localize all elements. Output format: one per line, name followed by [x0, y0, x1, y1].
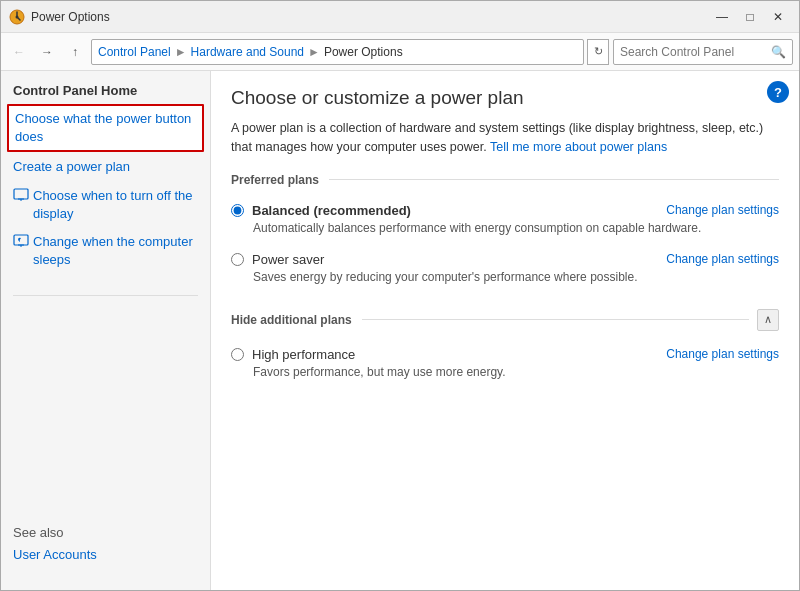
- sleep-icon: [13, 233, 29, 249]
- svg-rect-5: [14, 235, 28, 245]
- maximize-button[interactable]: □: [737, 7, 763, 27]
- preferred-plans-header: Preferred plans: [231, 173, 779, 187]
- window-icon: [9, 9, 25, 25]
- plan-radio-power-saver[interactable]: [231, 253, 244, 266]
- plan-desc-high-performance: Favors performance, but may use more ene…: [253, 365, 779, 379]
- title-bar: Power Options — □ ✕: [1, 1, 799, 33]
- plan-header-balanced: Balanced (recommended) Change plan setti…: [231, 203, 779, 218]
- display-icon: [13, 187, 29, 203]
- minimize-button[interactable]: —: [709, 7, 735, 27]
- search-input[interactable]: [620, 45, 771, 59]
- content-area: ? Choose or customize a power plan A pow…: [211, 71, 799, 590]
- content-title: Choose or customize a power plan: [231, 87, 779, 109]
- breadcrumb-sep-2: ►: [308, 45, 320, 59]
- see-also-section: See also User Accounts: [1, 513, 210, 578]
- plan-header-high-performance: High performance Change plan settings: [231, 347, 779, 362]
- plan-name-high-performance: High performance: [252, 347, 355, 362]
- back-button[interactable]: ←: [7, 40, 31, 64]
- plan-desc-power-saver: Saves energy by reducing your computer's…: [253, 270, 779, 284]
- plan-desc-balanced: Automatically balances performance with …: [253, 221, 779, 235]
- forward-button[interactable]: →: [35, 40, 59, 64]
- plan-name-power-saver: Power saver: [252, 252, 324, 267]
- see-also-title: See also: [13, 525, 198, 540]
- up-button[interactable]: ↑: [63, 40, 87, 64]
- sidebar-item-user-accounts[interactable]: User Accounts: [13, 544, 198, 566]
- sidebar-item-create-plan[interactable]: Create a power plan: [13, 156, 198, 178]
- change-plan-high-performance[interactable]: Change plan settings: [666, 347, 779, 361]
- plan-item-balanced: Balanced (recommended) Change plan setti…: [231, 197, 779, 246]
- window-title: Power Options: [31, 10, 709, 24]
- content-description: A power plan is a collection of hardware…: [231, 119, 779, 157]
- sidebar: Control Panel Home Choose what the power…: [1, 71, 211, 590]
- sidebar-divider: [13, 295, 198, 296]
- breadcrumb-sep-1: ►: [175, 45, 187, 59]
- plan-header-power-saver: Power saver Change plan settings: [231, 252, 779, 267]
- plan-radio-high-performance[interactable]: [231, 348, 244, 361]
- change-plan-power-saver[interactable]: Change plan settings: [666, 252, 779, 266]
- search-box: 🔍: [613, 39, 793, 65]
- change-plan-balanced[interactable]: Change plan settings: [666, 203, 779, 217]
- main-content: Control Panel Home Choose what the power…: [1, 71, 799, 590]
- additional-plans-label: Hide additional plans: [231, 313, 352, 327]
- plan-radio-balanced[interactable]: [231, 204, 244, 217]
- breadcrumb-control-panel[interactable]: Control Panel: [98, 45, 171, 59]
- address-bar: ← → ↑ Control Panel ► Hardware and Sound…: [1, 33, 799, 71]
- learn-more-link[interactable]: Tell me more about power plans: [490, 140, 667, 154]
- sidebar-item-computer-sleeps[interactable]: Change when the computer sleeps: [13, 231, 198, 271]
- additional-plans-divider: [362, 319, 749, 320]
- svg-point-1: [16, 15, 19, 18]
- breadcrumb-power-options: Power Options: [324, 45, 403, 59]
- plan-item-power-saver: Power saver Change plan settings Saves e…: [231, 246, 779, 295]
- plan-name-balanced: Balanced (recommended): [252, 203, 411, 218]
- breadcrumb-hardware[interactable]: Hardware and Sound: [191, 45, 304, 59]
- help-button[interactable]: ?: [767, 81, 789, 103]
- sidebar-item-turn-off-display[interactable]: Choose when to turn off the display: [13, 185, 198, 225]
- sidebar-heading: Control Panel Home: [13, 83, 198, 98]
- breadcrumb-bar: Control Panel ► Hardware and Sound ► Pow…: [91, 39, 584, 65]
- preferred-plans-label: Preferred plans: [231, 173, 319, 187]
- sidebar-item-power-button[interactable]: Choose what the power button does: [7, 104, 204, 152]
- plan-item-high-performance: High performance Change plan settings Fa…: [231, 341, 779, 390]
- preferred-plans-divider: [329, 179, 779, 180]
- refresh-button[interactable]: ↻: [587, 39, 609, 65]
- svg-rect-2: [14, 189, 28, 199]
- search-icon: 🔍: [771, 45, 786, 59]
- additional-plans-header: Hide additional plans ∧: [231, 309, 779, 331]
- window-controls: — □ ✕: [709, 7, 791, 27]
- sidebar-nav: Control Panel Home Choose what the power…: [1, 83, 210, 287]
- close-button[interactable]: ✕: [765, 7, 791, 27]
- toggle-additional-plans-button[interactable]: ∧: [757, 309, 779, 331]
- window: Power Options — □ ✕ ← → ↑ Control Panel …: [0, 0, 800, 591]
